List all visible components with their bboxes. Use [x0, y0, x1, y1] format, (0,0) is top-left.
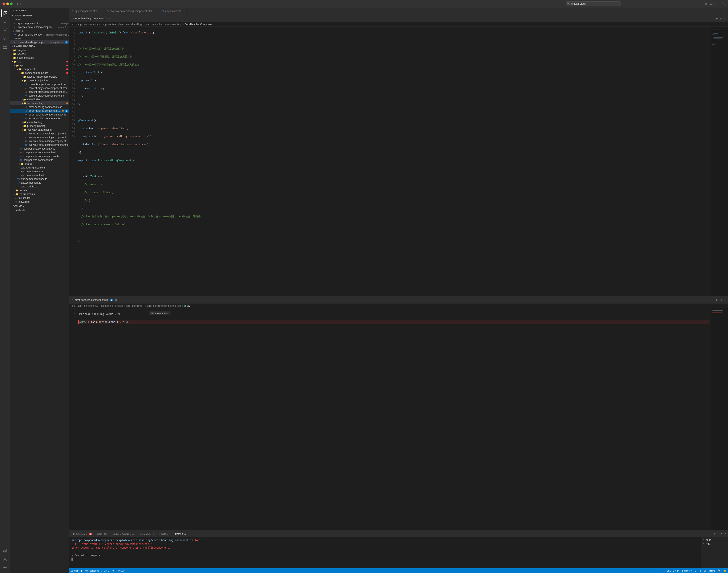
- list-item[interactable]: ✕ ◇ error-handling.component.html src/ap…: [10, 40, 69, 44]
- tab-app-module[interactable]: TS app.module.ts ✕: [159, 8, 188, 15]
- extensions-button[interactable]: [1, 43, 9, 50]
- list-item[interactable]: › 📁 .angular: [10, 48, 69, 52]
- layout-icon-3[interactable]: ▢: [715, 2, 719, 6]
- spaces-status[interactable]: Spaces: 4: [682, 569, 692, 572]
- source-control-button[interactable]: [1, 26, 9, 34]
- broadcast-icon[interactable]: 📡: [718, 569, 721, 572]
- maximize-button[interactable]: [10, 3, 13, 5]
- close-button[interactable]: [3, 3, 5, 5]
- list-item[interactable]: ▾ 📁 two-way-data-binding: [10, 128, 69, 132]
- list-item[interactable]: TS error-handling.component.ts: [10, 116, 69, 120]
- account-button[interactable]: [1, 555, 9, 563]
- top-tab-close[interactable]: ✕: [108, 17, 110, 20]
- list-item[interactable]: ◇ components.component.html: [10, 151, 69, 154]
- panel-close-icon[interactable]: ✕: [724, 532, 726, 535]
- list-item[interactable]: ◇ index.html: [10, 200, 69, 204]
- top-tab-label[interactable]: error-handling.component.ts: [75, 17, 107, 20]
- git-branch-status[interactable]: ⎇ main: [71, 569, 79, 572]
- position-status[interactable]: Ln 2, Col 34: [667, 569, 679, 572]
- more-icon[interactable]: ···: [64, 9, 66, 12]
- list-item[interactable]: ◇ two-way-data-binding.component.html sr…: [10, 25, 69, 29]
- tab-more-button[interactable]: ···: [723, 8, 728, 15]
- list-item[interactable]: # components.component.css: [10, 147, 69, 151]
- bottom-tab-close[interactable]: ✕: [115, 299, 117, 302]
- close-icon[interactable]: ✕: [13, 41, 15, 44]
- list-item[interactable]: ★ favicon.ico: [10, 196, 69, 200]
- list-item[interactable]: TS error-handling.component.ts src/app/c…: [10, 33, 69, 37]
- tab-ports[interactable]: PORTS: [157, 531, 171, 536]
- list-item[interactable]: › 📁 property-binding: [10, 124, 69, 128]
- bottom-tab-label[interactable]: error-handling.component.html: [75, 299, 109, 302]
- line-ending-status[interactable]: LF: [704, 569, 707, 572]
- run-debug-button[interactable]: [1, 35, 9, 42]
- list-item[interactable]: ◇ two-way-data-binding.component.html: [10, 136, 69, 139]
- list-item[interactable]: ▾ 📁 component-template: [10, 71, 69, 75]
- bottom-editor-code-area[interactable]: Go to component 1 2 <p>error-handling wo…: [69, 308, 728, 530]
- terminal-item-node[interactable]: ⬡ node: [701, 538, 728, 542]
- list-item[interactable]: TS components.component.ts: [10, 158, 69, 162]
- angular-study-section[interactable]: ▾ ANGULAR-STUDY: [10, 44, 69, 48]
- list-item[interactable]: › 📁 data-binding: [10, 98, 69, 101]
- more-icon[interactable]: ···: [723, 17, 725, 20]
- list-item[interactable]: TS two-way-data-binding.component.ts: [10, 143, 69, 147]
- language-status[interactable]: HTML: [709, 569, 715, 572]
- list-item[interactable]: ▾ 📁 error-handling: [10, 101, 69, 105]
- forward-button[interactable]: ›: [19, 2, 22, 6]
- list-item[interactable]: TS error-handling.component.spec.ts: [10, 113, 69, 116]
- list-item[interactable]: › 📁 shared: [10, 162, 69, 166]
- list-item[interactable]: ◇ content-projection.component.html: [10, 86, 69, 90]
- settings-button[interactable]: [1, 564, 9, 571]
- tab-app-component-html[interactable]: ◇ app.component.html ✕: [69, 8, 104, 15]
- layout-icon-1[interactable]: ⊞: [704, 2, 708, 6]
- explorer-button[interactable]: [1, 9, 9, 17]
- list-item[interactable]: ◇ app.component.html src/app: [10, 21, 69, 25]
- minimize-button[interactable]: [6, 3, 9, 5]
- list-item[interactable]: › 📁 event-binding: [10, 120, 69, 124]
- tab-output[interactable]: OUTPUT: [95, 531, 110, 536]
- split-icon[interactable]: ⊟: [720, 17, 722, 20]
- tab-debug-console[interactable]: DEBUG CONSOLE: [110, 531, 137, 536]
- open-editors-section[interactable]: ▾ Open Editors: [10, 13, 69, 18]
- panel-collapse-icon[interactable]: ∧: [721, 532, 723, 535]
- errors-status[interactable]: ✗ 1 △ 0 ⚐ 0: [101, 569, 114, 572]
- search-bar[interactable]: 🔍: [566, 1, 621, 6]
- top-editor-code[interactable]: import { Component, OnInit } from '@angu…: [76, 27, 711, 296]
- list-item[interactable]: ▾ 📁 app: [10, 63, 69, 67]
- search-input[interactable]: [566, 1, 621, 6]
- list-item[interactable]: ◇ error-handling.component.html 1: [10, 109, 69, 113]
- list-item[interactable]: ◇ app.component.html: [10, 173, 69, 177]
- list-item[interactable]: # two-way-data-binding.component.css: [10, 132, 69, 136]
- list-item[interactable]: ▾ 📁 src: [10, 60, 69, 63]
- list-item[interactable]: TS components.component.spec.ts: [10, 154, 69, 158]
- list-item[interactable]: › 📁 .vscode: [10, 52, 69, 56]
- top-editor-code-area[interactable]: 12345 678910 1112131415 1617181920 21222…: [69, 27, 728, 296]
- run-icon[interactable]: ▶: [716, 299, 718, 302]
- list-item[interactable]: › 📁 access-native-dom-objects: [10, 75, 69, 79]
- run-testcases-status[interactable]: ▶ Run Testcases: [81, 569, 99, 572]
- notification-icon[interactable]: 🔔: [723, 569, 726, 572]
- layout-icon-2[interactable]: ▭: [709, 2, 714, 6]
- split-icon[interactable]: ⊟: [720, 299, 722, 302]
- list-item[interactable]: ▾ 📁 components: [10, 67, 69, 71]
- list-item[interactable]: TS app.component.spec.ts: [10, 177, 69, 181]
- encoding-status[interactable]: UTF-8: [695, 569, 701, 572]
- tab-two-way-binding[interactable]: ◇ two-way-data-binding.component.html ✕: [104, 8, 159, 15]
- list-item[interactable]: TS content-projection.component.ts: [10, 94, 69, 98]
- list-item[interactable]: TS app.module.ts: [10, 185, 69, 189]
- add-terminal-icon[interactable]: +: [714, 532, 715, 535]
- tab-comments[interactable]: COMMENTS: [137, 531, 157, 536]
- list-item[interactable]: # error-handling.component.css: [10, 105, 69, 109]
- list-item[interactable]: # content-projection.component.css: [10, 83, 69, 86]
- bottom-editor-code[interactable]: <p>error-handling works!</p> <div>{{ tas…: [76, 308, 711, 530]
- list-item[interactable]: TS two-way-data-binding.component.spec.t…: [10, 139, 69, 143]
- list-item[interactable]: # app.component.css: [10, 169, 69, 173]
- list-item[interactable]: TS app-routing.module.ts: [10, 166, 69, 169]
- tab-problems[interactable]: PROBLEMS 1: [71, 531, 95, 536]
- list-item[interactable]: › 📁 assets: [10, 189, 69, 192]
- list-item[interactable]: ▾ 📁 content-projection: [10, 79, 69, 83]
- list-item[interactable]: TS app.component.ts: [10, 181, 69, 185]
- tab-terminal[interactable]: TERMINAL: [171, 531, 189, 536]
- more-icon[interactable]: ···: [723, 299, 725, 302]
- outline-section[interactable]: › OUTLINE: [10, 204, 69, 208]
- run-icon[interactable]: ▶: [716, 17, 718, 20]
